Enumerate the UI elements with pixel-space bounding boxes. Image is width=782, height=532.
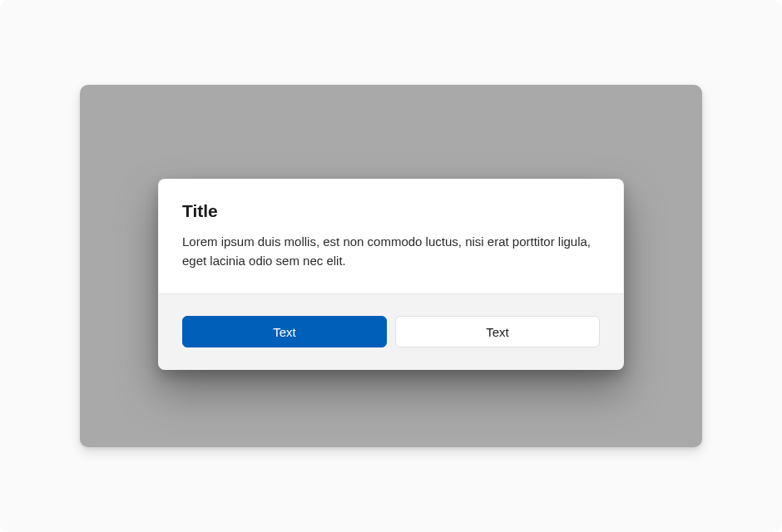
content-dialog: Title Lorem ipsum duis mollis, est non c… — [158, 179, 624, 370]
primary-button-label: Text — [273, 325, 296, 339]
dialog-title: Title — [182, 201, 600, 221]
secondary-button[interactable]: Text — [395, 316, 600, 347]
secondary-button-label: Text — [486, 325, 509, 339]
modal-overlay: Title Lorem ipsum duis mollis, est non c… — [80, 85, 702, 447]
dialog-body: Title Lorem ipsum duis mollis, est non c… — [159, 180, 623, 293]
app-window: Title Lorem ipsum duis mollis, est non c… — [0, 0, 782, 532]
dialog-footer: Text Text — [159, 293, 623, 369]
dialog-content: Lorem ipsum duis mollis, est non commodo… — [182, 233, 600, 270]
primary-button[interactable]: Text — [182, 316, 387, 347]
